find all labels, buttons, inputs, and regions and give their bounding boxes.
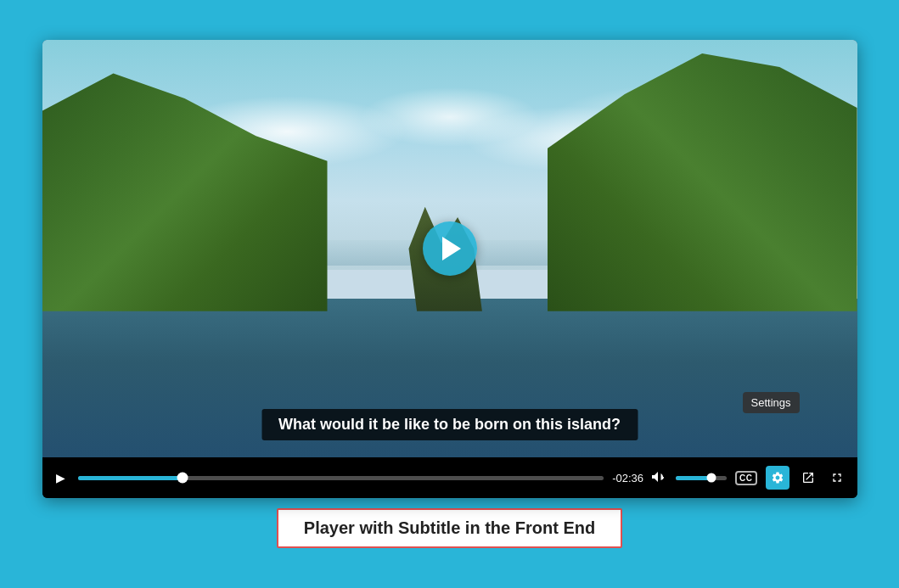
gear-icon bbox=[771, 471, 784, 484]
volume-bar[interactable] bbox=[676, 476, 727, 480]
share-icon bbox=[801, 471, 815, 484]
page-title: Player with Subtitle in the Front End bbox=[304, 518, 595, 537]
fullscreen-icon bbox=[830, 471, 844, 484]
play-button[interactable] bbox=[423, 221, 477, 276]
volume-thumb bbox=[707, 473, 716, 483]
play-pause-button[interactable]: ▶ bbox=[53, 471, 70, 484]
volume-icon[interactable] bbox=[652, 471, 667, 485]
page-title-wrapper: Player with Subtitle in the Front End bbox=[277, 508, 622, 548]
progress-fill bbox=[78, 476, 183, 480]
settings-button[interactable] bbox=[766, 466, 789, 490]
time-remaining: -02:36 bbox=[612, 472, 643, 484]
subtitle-text: What would it be like to be born on this… bbox=[261, 409, 638, 440]
fullscreen-button[interactable] bbox=[827, 471, 847, 484]
progress-bar[interactable] bbox=[78, 476, 604, 480]
progress-thumb bbox=[177, 473, 188, 484]
play-triangle-icon bbox=[442, 237, 461, 260]
share-button[interactable] bbox=[798, 471, 818, 484]
settings-tooltip: Settings bbox=[743, 392, 800, 413]
controls-bar: ▶ -02:36 CC bbox=[42, 457, 857, 498]
cc-button[interactable]: CC bbox=[735, 471, 756, 485]
video-player[interactable]: What would it be like to be born on this… bbox=[42, 40, 857, 498]
